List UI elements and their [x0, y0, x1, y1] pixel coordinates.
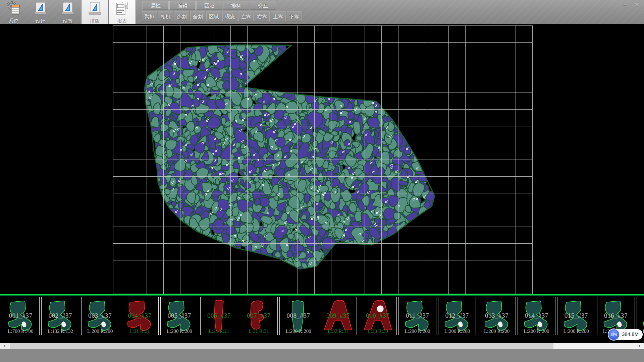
tab-nesting[interactable]: 排料 [223, 1, 249, 10]
piece-name: 011_#37 [399, 312, 436, 319]
tab-properties[interactable]: 属性 [143, 1, 169, 10]
tool-cluster-nest[interactable]: 聚排 [142, 11, 157, 21]
app-button-settings[interactable]: 设置 [54, 0, 82, 24]
tool-camera[interactable]: 相机 [158, 11, 173, 21]
tool-cut-all[interactable]: 全割 [190, 11, 205, 21]
nesting-ruler-icon [87, 1, 103, 18]
piece-name: 016_#37 [597, 312, 635, 319]
app-button-label: 系统 [8, 18, 18, 24]
scroll-left-icon[interactable]: ‹ [0, 343, 9, 349]
piece-thumbnail[interactable]: 002_#37 L:132 R:132 [41, 297, 79, 335]
piece-thumbnail[interactable]: 012_#37 L:200 R:200 [438, 297, 476, 335]
settings-ruler-icon [60, 1, 75, 18]
piece-thumbnail-strip: 001_#37 L:700 R:700 002_#37 L:132 R:132 … [0, 296, 644, 337]
piece-name: 008_#37 [280, 312, 317, 319]
piece-thumbnail[interactable]: 001_#37 L:700 R:700 [2, 297, 40, 335]
scroll-right-icon[interactable]: › [635, 343, 644, 349]
system-gear-icon [6, 1, 21, 18]
piece-name: 004_#37 [121, 312, 158, 319]
tab-interaction[interactable]: 交互 [250, 1, 276, 10]
tab-edit[interactable]: 编辑 [169, 1, 196, 10]
tool-align-right[interactable]: 右靠 [255, 11, 270, 21]
report-document-icon [114, 1, 130, 18]
piece-sizes: L:200 R:200 [280, 328, 317, 334]
app-button-label: 设计 [36, 18, 46, 24]
piece-name: 014_#37 [518, 312, 555, 319]
piece-name: 012_#37 [438, 312, 476, 319]
memory-value: 384.8M [622, 331, 639, 337]
piece-thumbnail[interactable]: 003_#37 L:200 R:200 [81, 297, 119, 335]
piece-thumbnail[interactable]: 009_#37 L:32 R:31 [319, 297, 357, 335]
tab-region[interactable]: 区域 [196, 1, 222, 10]
tool-defect[interactable]: 瑕疵 [222, 11, 237, 21]
piece-sizes: L:21 R:21 [201, 328, 238, 334]
piece-thumbnail[interactable]: 005_#37 L:200 R:200 [160, 297, 198, 335]
tool-button-row: 聚排 相机 选割 全割 区域 瑕疵 左靠 右靠 上靠 下靠 [142, 11, 302, 21]
app-button-nesting-selected[interactable]: 排版 [82, 0, 109, 24]
piece-sizes: L:200 R:200 [518, 328, 555, 334]
piece-thumbnail[interactable]: 006_#37 L:21 R:21 [200, 297, 238, 335]
piece-sizes: L:200 R:200 [438, 328, 476, 334]
piece-name: 001_#37 [2, 312, 39, 319]
status-bar [0, 349, 644, 362]
piece-sizes: L:700 R:700 [2, 328, 39, 334]
progress-value: 38% [610, 333, 617, 337]
horizontal-scrollbar[interactable]: ‹ › [0, 343, 644, 349]
design-ruler-icon [33, 1, 48, 18]
piece-thumbnail[interactable]: 007_#37 L:31 R:31 [240, 297, 278, 335]
piece-name: 009_#37 [319, 312, 357, 319]
piece-sizes: L:200 R:200 [557, 328, 595, 334]
close-icon[interactable]: ✕ [632, 1, 642, 9]
tool-align-bottom[interactable]: 下靠 [287, 11, 302, 21]
piece-sizes: L:32 R:31 [319, 328, 357, 334]
piece-thumbnail[interactable]: 004_#37 L:31 R:31 [121, 297, 159, 335]
progress-circle: 38% [608, 328, 620, 341]
piece-name: 017_#37 [637, 312, 644, 319]
piece-thumbnail[interactable]: 011_#37 L:200 R:200 [398, 297, 436, 335]
piece-name: 015_#37 [557, 312, 595, 319]
scrollbar-thumb[interactable] [10, 343, 553, 349]
status-badge[interactable]: 384.8M 38% [608, 328, 643, 341]
piece-name: 010_#37 [359, 312, 396, 319]
nesting-canvas[interactable] [0, 24, 644, 294]
piece-sizes: L:200 R:200 [399, 328, 436, 334]
piece-thumbnail[interactable]: 013_#37 L:200 R:200 [478, 297, 516, 335]
piece-sizes: L:33 R:33 [359, 328, 396, 334]
piece-sizes: L:200 R:200 [478, 328, 516, 334]
app-button-report[interactable]: 报表 [109, 0, 136, 24]
piece-thumbnail[interactable]: 008_#37 L:200 R:200 [279, 297, 317, 335]
window-controls: – ✕ [620, 1, 642, 9]
piece-sizes: L:31 R:31 [121, 328, 158, 334]
piece-sizes: L:31 R:31 [240, 328, 277, 334]
tool-align-top[interactable]: 上靠 [271, 11, 286, 21]
piece-name: 013_#37 [478, 312, 516, 319]
tool-region[interactable]: 区域 [206, 11, 221, 21]
app-button-label: 报表 [117, 18, 127, 24]
piece-name: 005_#37 [161, 312, 198, 319]
piece-sizes: L:200 R:200 [82, 328, 119, 334]
minimize-icon[interactable]: – [620, 1, 630, 9]
menu-tab-bar: 属性 编辑 区域 排料 交互 [143, 1, 276, 10]
tool-align-left[interactable]: 左靠 [238, 11, 254, 21]
piece-thumbnail[interactable]: 015_#37 L:200 R:200 [557, 297, 595, 335]
piece-thumbnail[interactable]: 010_#37 L:33 R:33 [359, 297, 397, 335]
piece-sizes: L:200 R:200 [161, 328, 198, 334]
piece-name: 003_#37 [82, 312, 119, 319]
app-button-label: 排版 [90, 18, 100, 24]
piece-name: 006_#37 [201, 312, 238, 319]
toolbar: 系统 设计 [0, 0, 644, 24]
app-button-label: 设置 [63, 18, 73, 24]
piece-sizes: L:132 R:132 [42, 328, 79, 334]
app-bar: 系统 设计 [0, 0, 136, 24]
piece-name: 002_#37 [42, 312, 79, 319]
app-button-design[interactable]: 设计 [27, 0, 54, 24]
piece-name: 007_#37 [240, 312, 277, 319]
app-button-system[interactable]: 系统 [0, 0, 27, 24]
application-window: 系统 设计 [0, 0, 644, 362]
piece-thumbnail[interactable]: 014_#37 L:200 R:200 [518, 297, 555, 335]
tool-select-cut[interactable]: 选割 [174, 11, 189, 21]
